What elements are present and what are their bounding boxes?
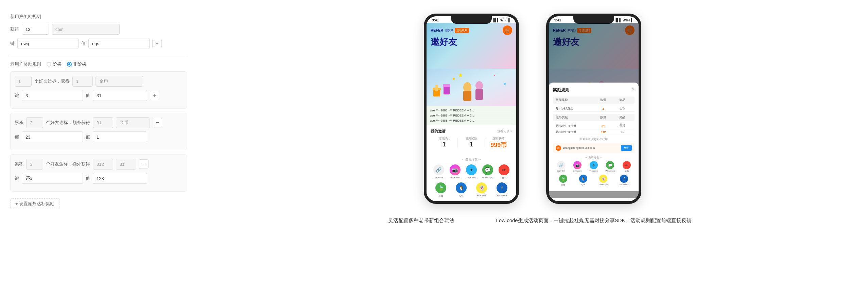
modal-extra-row-2: 累积3个好友注册 312 31 — [553, 129, 635, 135]
kv1-key[interactable] — [22, 90, 83, 101]
snapchat-icon: 👻 — [476, 182, 487, 193]
phone1-cart-icon: 🛒 — [503, 25, 512, 35]
modal-qq-label: QQ — [581, 183, 585, 185]
modal-share-qq[interactable]: 🐧 QQ — [579, 175, 587, 187]
share-facebook[interactable]: f Facebook — [497, 182, 507, 198]
old-user-section: 老用户奖励规则 阶梯 非阶梯 个好友达标， — [10, 61, 187, 209]
reward3-unit[interactable] — [116, 159, 136, 170]
modal-facebook-label: Facebook — [620, 183, 628, 185]
phone1-notch — [451, 16, 492, 24]
key-label-2: 键 — [15, 92, 19, 99]
reward2-amount[interactable] — [93, 117, 113, 128]
phone1-content: REFER 顺契勋 活动规则 🛒 邀好友 — [427, 23, 516, 198]
modal-share-snapchat[interactable]: 👻 Snapchat — [599, 175, 608, 187]
reward2-unit[interactable] — [116, 117, 150, 128]
radio-jieti[interactable]: 阶梯 — [47, 61, 62, 67]
share-telegram[interactable]: ✈ Telegram — [466, 164, 477, 180]
modal-share-jianshu[interactable]: ✏ 简书 — [623, 161, 631, 173]
caption-right: Low code生成活动页面，一键拉起社媒无需对接分享SDK，活动规则配置前端直… — [496, 217, 691, 223]
reward1-amount[interactable] — [72, 76, 93, 87]
reward3-amount[interactable] — [93, 159, 113, 170]
modal-header-extra-count: 数量 — [594, 115, 613, 120]
new-user-section: 新用户奖励规则 获得 键 值 + — [10, 14, 187, 49]
share-whatsapp[interactable]: 💬 WhatsApp — [482, 164, 493, 180]
modal-douban-icon: 🍃 — [559, 175, 567, 183]
reward-modal: 奖励规则 × 常规奖励 数量 奖品 — [549, 83, 639, 191]
reward1-unit[interactable] — [96, 76, 143, 87]
modal-facebook-icon: f — [620, 175, 628, 183]
douban-label: 豆瓣 — [438, 194, 443, 198]
key-label-1: 键 — [10, 40, 15, 47]
copy-button[interactable]: 复制 — [621, 145, 632, 151]
share-douban[interactable]: 🍃 豆瓣 — [435, 182, 446, 198]
radio-feijieti[interactable]: 非阶梯 — [67, 61, 86, 67]
add-extra-reward-button[interactable]: + 设置额外达标奖励 — [10, 198, 59, 209]
new-reward-unit-input[interactable] — [52, 24, 120, 35]
modal-share-facebook[interactable]: f Facebook — [620, 175, 628, 187]
modal-qq-icon: 🐧 — [579, 175, 587, 183]
reward-block-3: 累积 个好友达标，额外获得 − 键 值 — [10, 154, 187, 192]
remove-block-2[interactable]: − — [153, 118, 162, 127]
modal-header-reward: 奖品 — [613, 98, 632, 102]
svg-rect-7 — [463, 91, 471, 101]
modal-extra-label-1: 累积2个好友注册 — [556, 124, 594, 128]
phone2-time: 9:41 — [554, 18, 561, 22]
radio-feijieti-label: 非阶梯 — [73, 61, 86, 67]
caption-row: 灵活配置多种老带新组合玩法 Low code生成活动页面，一键拉起社媒无需对接分… — [374, 217, 691, 224]
modal-jianshu-icon: ✏ — [623, 161, 631, 169]
new-reward-amount-input[interactable] — [22, 24, 49, 35]
whatsapp-icon: 💬 — [482, 164, 493, 175]
reward1-num[interactable] — [15, 76, 32, 87]
share-snapchat[interactable]: 👻 Snapchat — [476, 182, 487, 198]
phone1-more-link[interactable]: 查看记录 > — [497, 129, 512, 134]
kv3-value[interactable] — [93, 173, 147, 184]
phone1-share-section: ··· 邀请好友 ··· 🔗 Copy link 📷 Instagram — [427, 154, 516, 198]
reward2-num[interactable] — [26, 117, 43, 128]
phone1-share-row2: 🍃 豆瓣 🐧 QQ 👻 Snapchat — [431, 182, 512, 198]
modal-normal-reward-1: 金币 — [613, 107, 632, 110]
left-panel: 新用户奖励规则 获得 键 值 + 老用户奖励规则 — [0, 7, 197, 294]
modal-share-dots: ··· 邀请好友 ··· — [553, 156, 635, 159]
reward-row-3: 累积 个好友达标，额外获得 − — [15, 159, 183, 170]
modal-share-douban[interactable]: 🍃 豆瓣 — [559, 175, 567, 187]
modal-normal-num-1: 1 — [594, 107, 613, 110]
new-value-input[interactable] — [88, 38, 150, 49]
caption-left: 灵活配置多种老带新组合玩法 — [388, 217, 454, 223]
reward-row-1: 个好友达标，获得 — [15, 76, 183, 87]
svg-rect-5 — [443, 84, 450, 87]
svg-rect-3 — [435, 85, 438, 91]
reward-block-1: 个好友达标，获得 键 值 + — [10, 71, 187, 109]
new-key-input[interactable] — [17, 38, 79, 49]
modal-share-row: 🔗 Copy link 📷 Instagram ✈ — [553, 161, 635, 173]
qq-icon: 🐧 — [456, 182, 467, 193]
value-label-3: 值 — [86, 134, 90, 140]
add-kv-button-1[interactable]: + — [152, 39, 162, 48]
modal-share-telegram[interactable]: ✈ Telegram — [589, 161, 598, 173]
kv2-value[interactable] — [93, 131, 147, 142]
modal-normal-row-1: 每1个好友注册 1 金币 — [553, 106, 635, 112]
share-copylink[interactable]: 🔗 Copy link — [433, 164, 444, 180]
add-kv-button-2[interactable]: + — [150, 91, 159, 100]
reward-modal-overlay[interactable]: 奖励规则 × 常规奖励 数量 奖品 — [549, 23, 639, 198]
modal-share-instagram[interactable]: 📷 Instagram — [573, 161, 582, 173]
share-instagram[interactable]: 📷 Instagram — [450, 164, 461, 180]
modal-close-button[interactable]: × — [632, 87, 635, 92]
modal-share-whatsapp[interactable]: 💬 WhatsApp — [606, 161, 615, 173]
stat-friends: 邀请好友 1 — [431, 137, 457, 149]
jianshu-icon: ✏ — [499, 164, 509, 175]
redeem-item-3: user****2888**** REDEEM V 2... — [430, 118, 513, 123]
kv-row-1: 键 值 + — [15, 90, 183, 101]
remove-block-3[interactable]: − — [139, 159, 149, 169]
kv3-key[interactable] — [22, 173, 83, 184]
radio-circle-jieti — [47, 62, 51, 67]
share-qq[interactable]: 🐧 QQ — [456, 182, 467, 198]
modal-share-copylink[interactable]: 🔗 Copy link — [557, 161, 565, 173]
reward3-num[interactable] — [26, 159, 43, 170]
kv2-key[interactable] — [22, 131, 83, 142]
key-label-4: 键 — [15, 175, 19, 181]
modal-extra-label-2: 累积3个好友注册 — [556, 130, 594, 134]
kv1-value[interactable] — [93, 90, 147, 101]
share-jianshu[interactable]: ✏ 简书 — [499, 164, 509, 180]
phone1-refer-logo: REFER 顺契勋 活动规则 — [431, 28, 469, 33]
obtain-label: 获得 — [10, 26, 19, 32]
